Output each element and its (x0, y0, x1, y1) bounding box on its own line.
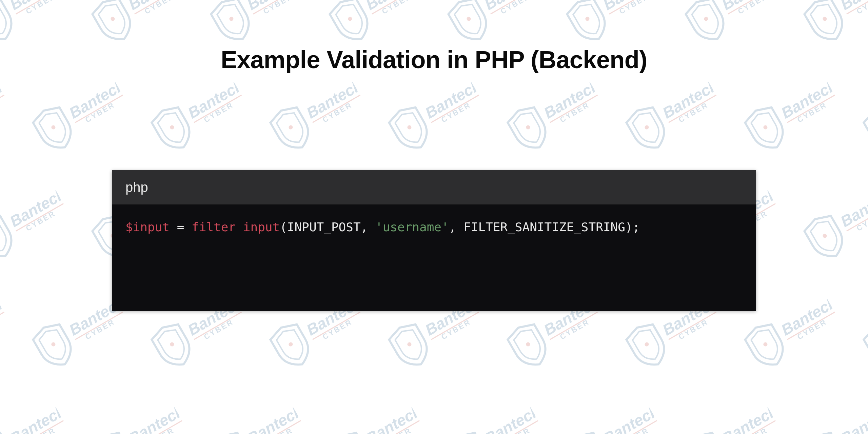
code-token-operator: = (170, 220, 192, 234)
code-block: php $input = filter input(INPUT_POST, 'u… (112, 170, 756, 311)
code-token-function: filter input (192, 220, 280, 234)
code-token-comma: , (361, 220, 375, 234)
code-token-constant: INPUT_POST (287, 220, 361, 234)
code-token-paren-close: ); (625, 220, 640, 234)
code-language-label: php (112, 170, 756, 204)
code-token-variable: $input (125, 220, 170, 234)
code-token-comma: , (449, 220, 463, 234)
code-token-paren-open: ( (280, 220, 287, 234)
content-area: Example Validation in PHP (Backend) php … (0, 0, 868, 434)
code-body: $input = filter input(INPUT_POST, 'usern… (112, 204, 756, 311)
code-token-string: 'username' (375, 220, 449, 234)
code-token-constant: FILTER_SANITIZE_STRING (463, 220, 625, 234)
page-title: Example Validation in PHP (Backend) (221, 46, 647, 74)
